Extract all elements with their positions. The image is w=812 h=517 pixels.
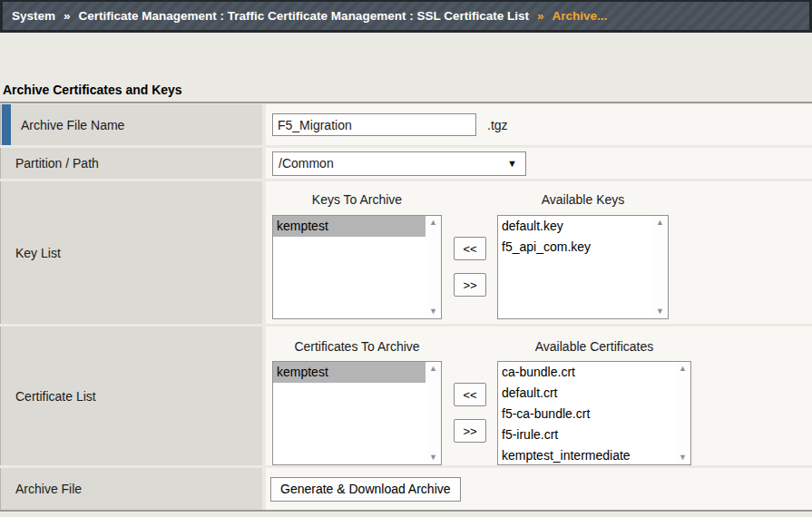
list-item[interactable]: f5-ca-bundle.crt <box>498 404 675 424</box>
available-keys-scrollbar[interactable]: ▲ ▼ <box>652 216 668 318</box>
list-item[interactable]: kemptest <box>273 362 426 383</box>
list-item[interactable]: f5-irule.crt <box>498 424 675 445</box>
available-keys-listbox[interactable]: default.key f5_api_com.key ▲ ▼ <box>497 215 669 319</box>
breadcrumb-path[interactable]: Certificate Management : Traffic Certifi… <box>79 9 529 23</box>
archive-file-name-label-cell: Archive File Name <box>0 104 262 145</box>
keys-to-archive-scrollbar[interactable]: ▲ ▼ <box>426 216 441 318</box>
scroll-up-icon[interactable]: ▲ <box>429 219 437 227</box>
scroll-down-icon[interactable]: ▼ <box>679 454 687 462</box>
archive-file-name-cell: .tgz <box>266 104 812 145</box>
page-title: Archive Certificates and Keys <box>3 83 182 97</box>
archive-file-cell: Generate & Download Archive <box>266 468 812 510</box>
archive-file-label: Archive File <box>15 482 82 496</box>
breadcrumb-system-link[interactable]: System <box>12 9 55 23</box>
scroll-up-icon[interactable]: ▲ <box>656 219 664 227</box>
table-top-border <box>0 102 812 103</box>
available-certificates-scrollbar[interactable]: ▲ ▼ <box>675 362 690 464</box>
list-item[interactable]: kemptest_intermediate <box>498 445 675 464</box>
archive-file-name-label: Archive File Name <box>21 118 124 132</box>
list-item[interactable]: ca-bundle.crt <box>498 362 675 383</box>
certificates-move-left-button[interactable]: << <box>454 383 486 406</box>
scroll-down-icon[interactable]: ▼ <box>429 454 437 462</box>
certificates-move-right-button[interactable]: >> <box>454 419 486 443</box>
scroll-up-icon[interactable]: ▲ <box>429 365 437 373</box>
scroll-up-icon[interactable]: ▲ <box>679 365 687 373</box>
page: System » Certificate Management : Traffi… <box>0 0 812 517</box>
keys-to-archive-heading: Keys To Archive <box>272 192 442 207</box>
archive-file-name-input[interactable] <box>272 113 476 136</box>
dropdown-arrow-icon: ▼ <box>507 158 517 169</box>
key-list-label-cell: Key List <box>0 181 262 324</box>
certificate-list-label: Certificate List <box>15 389 96 404</box>
list-item[interactable]: default.key <box>498 216 652 237</box>
scroll-down-icon[interactable]: ▼ <box>429 307 437 316</box>
keys-move-right-button[interactable]: >> <box>454 273 486 297</box>
breadcrumb: System » Certificate Management : Traffi… <box>0 0 812 33</box>
partition-path-label: Partition / Path <box>15 156 99 171</box>
list-item[interactable]: default.crt <box>498 383 675 404</box>
certificates-to-archive-listbox[interactable]: kemptest ▲ ▼ <box>272 361 442 465</box>
breadcrumb-separator-icon: » <box>537 9 544 23</box>
required-field-accent <box>2 104 11 145</box>
partition-selected-value: /Common <box>279 156 334 171</box>
certificate-list-cell: Certificates To Archive Available Certif… <box>266 327 812 465</box>
breadcrumb-separator-icon: » <box>64 9 71 23</box>
list-item[interactable]: f5_api_com.key <box>498 237 652 258</box>
list-item[interactable]: kemptest <box>273 216 426 237</box>
breadcrumb-current-page: Archive... <box>552 9 607 23</box>
keys-to-archive-listbox[interactable]: kemptest ▲ ▼ <box>272 215 442 319</box>
partition-path-cell: /Common ▼ <box>266 148 812 179</box>
generate-download-archive-button[interactable]: Generate & Download Archive <box>270 477 461 502</box>
table-bottom-border <box>0 510 812 512</box>
key-list-cell: Keys To Archive Available Keys kemptest … <box>266 181 812 324</box>
available-certificates-heading: Available Certificates <box>497 339 691 354</box>
partition-path-label-cell: Partition / Path <box>0 148 262 179</box>
available-certificates-listbox[interactable]: ca-bundle.crt default.crt f5-ca-bundle.c… <box>497 361 691 465</box>
certificates-to-archive-heading: Certificates To Archive <box>272 339 442 354</box>
scroll-down-icon[interactable]: ▼ <box>656 307 664 316</box>
certificate-list-label-cell: Certificate List <box>0 327 262 465</box>
archive-file-label-cell: Archive File <box>0 468 262 510</box>
keys-move-left-button[interactable]: << <box>454 237 486 260</box>
key-list-label: Key List <box>15 246 61 260</box>
certificates-to-archive-scrollbar[interactable]: ▲ ▼ <box>426 362 441 464</box>
available-keys-heading: Available Keys <box>497 192 669 207</box>
archive-file-extension: .tgz <box>487 118 508 132</box>
partition-select[interactable]: /Common ▼ <box>272 151 526 176</box>
